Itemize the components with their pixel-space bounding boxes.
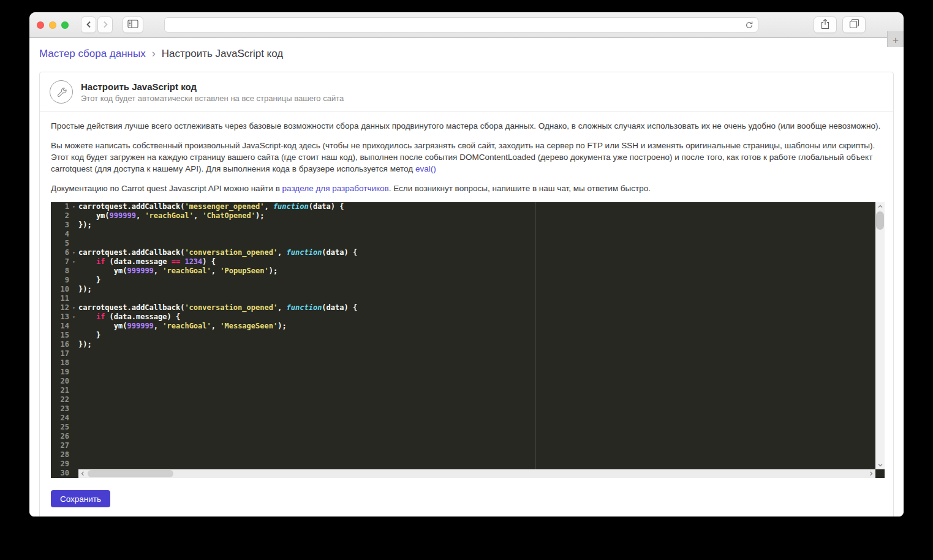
breadcrumb-parent-link[interactable]: Мастер сбора данных: [39, 48, 146, 60]
new-tab-button[interactable]: +: [887, 31, 904, 49]
fold-gutter: [69, 331, 78, 340]
code-text: ym(999999, 'reachGoal', 'MessageSeen');: [78, 322, 287, 331]
code-text: ym(999999, 'reachGoal', 'PopupSeen');: [78, 267, 278, 276]
code-text: if (data.message == 1234) {: [78, 257, 216, 267]
fold-gutter: [69, 395, 78, 404]
line-number: 15: [51, 331, 69, 340]
text-link[interactable]: разделе для разработчиков: [282, 184, 389, 193]
page-content: Мастер сбора данных › Настроить JavaScri…: [29, 47, 904, 516]
fold-gutter: [69, 386, 78, 395]
code-text: });: [78, 340, 92, 349]
fold-gutter: [69, 267, 78, 276]
zoom-button[interactable]: [61, 21, 69, 29]
line-number: 22: [51, 395, 69, 404]
fold-marker-icon[interactable]: ▾: [69, 312, 78, 322]
save-button[interactable]: Сохранить: [51, 490, 110, 507]
line-number: 5: [51, 239, 69, 248]
vertical-scrollbar[interactable]: [875, 202, 885, 469]
line-number: 21: [51, 386, 69, 395]
fold-marker-icon[interactable]: ▾: [69, 202, 78, 211]
line-number: 27: [51, 441, 69, 450]
fold-gutter: [69, 239, 78, 248]
fold-gutter: [69, 349, 78, 358]
reload-icon[interactable]: [744, 20, 754, 30]
code-line: 16});: [51, 340, 885, 349]
code-line: 12▾carrotquest.addCallback('conversation…: [51, 303, 885, 312]
code-line: 28: [51, 450, 885, 460]
text-link[interactable]: eval(): [415, 164, 436, 173]
address-bar-input[interactable]: [165, 18, 758, 32]
fold-gutter: [69, 423, 78, 432]
fold-gutter: [69, 441, 78, 450]
code-line: 7▾ if (data.message == 1234) {: [51, 257, 885, 267]
code-line: 1▾carrotquest.addCallback('messenger_ope…: [51, 202, 885, 211]
sidebar-toggle-button[interactable]: [123, 17, 143, 33]
code-text: });: [78, 221, 92, 230]
fold-gutter: [69, 358, 78, 368]
line-number: 11: [51, 294, 69, 303]
line-number: 3: [51, 221, 69, 230]
settings-card: Настроить JavaScript код Этот код будет …: [39, 72, 894, 516]
card-header-text: Настроить JavaScript код Этот код будет …: [81, 81, 344, 103]
fold-gutter: [69, 211, 78, 221]
code-line: 20: [51, 377, 885, 386]
fold-gutter: [69, 450, 78, 460]
forward-button[interactable]: [97, 17, 113, 33]
line-number: 4: [51, 230, 69, 239]
line-number: 19: [51, 368, 69, 377]
line-number: 10: [51, 285, 69, 294]
code-text: ym(999999, 'reachGoal', 'ChatOpened');: [78, 211, 264, 221]
fold-gutter: [69, 404, 78, 414]
close-button[interactable]: [37, 21, 44, 29]
code-text: }: [78, 331, 100, 340]
fold-gutter: [69, 368, 78, 377]
traffic-lights: [37, 21, 69, 29]
code-line: 9 }: [51, 276, 885, 285]
code-line: 18: [51, 358, 885, 368]
minimize-button[interactable]: [49, 21, 56, 29]
browser-window: + Мастер сбора данных › Настроить JavaSc…: [29, 12, 904, 516]
wrench-icon: [50, 80, 73, 104]
code-line: 8 ym(999999, 'reachGoal', 'PopupSeen');: [51, 267, 885, 276]
horizontal-scrollbar[interactable]: [78, 469, 875, 478]
line-number: 20: [51, 377, 69, 386]
code-line: 13▾ if (data.message) {: [51, 312, 885, 322]
tab-overview-button[interactable]: [842, 17, 866, 33]
code-line: 22: [51, 395, 885, 404]
back-chevron-icon: [86, 20, 92, 31]
line-number: 30: [51, 469, 69, 478]
code-line: 27: [51, 441, 885, 450]
breadcrumb-current: Настроить JavaScript код: [162, 48, 284, 60]
fold-gutter: [69, 469, 78, 478]
scroll-left-icon[interactable]: [78, 469, 87, 478]
line-number: 26: [51, 432, 69, 441]
sidebar-toggle-icon: [127, 19, 138, 31]
line-number: 17: [51, 349, 69, 358]
code-text: if (data.message) {: [78, 312, 180, 322]
description-paragraph: Простые действия лучше всего остлеживать…: [51, 120, 884, 132]
fold-marker-icon[interactable]: ▾: [69, 248, 78, 257]
back-button[interactable]: [81, 17, 96, 33]
line-number: 2: [51, 211, 69, 221]
fold-marker-icon[interactable]: ▾: [69, 257, 78, 267]
code-line: 10});: [51, 285, 885, 294]
page-title: Настроить JavaScript код: [81, 81, 344, 92]
scroll-up-icon[interactable]: [875, 202, 885, 211]
code-editor[interactable]: 1▾carrotquest.addCallback('messenger_ope…: [51, 202, 885, 478]
code-line: 19: [51, 368, 885, 377]
vertical-scroll-thumb[interactable]: [876, 211, 884, 230]
code-text: carrotquest.addCallback('messenger_opene…: [78, 202, 344, 211]
fold-gutter: [69, 221, 78, 230]
fold-marker-icon[interactable]: ▾: [69, 303, 78, 312]
toolbar-trailing-buttons: [814, 17, 866, 33]
scroll-down-icon[interactable]: [875, 461, 885, 469]
scroll-right-icon[interactable]: [867, 469, 875, 478]
line-number: 18: [51, 358, 69, 368]
card-header: Настроить JavaScript код Этот код будет …: [40, 72, 893, 112]
breadcrumb: Мастер сбора данных › Настроить JavaScri…: [39, 47, 894, 60]
share-button[interactable]: [814, 17, 837, 33]
line-number: 8: [51, 267, 69, 276]
code-text: carrotquest.addCallback('conversation_op…: [78, 248, 357, 257]
horizontal-scroll-thumb[interactable]: [88, 470, 173, 477]
line-number: 1: [51, 202, 69, 211]
